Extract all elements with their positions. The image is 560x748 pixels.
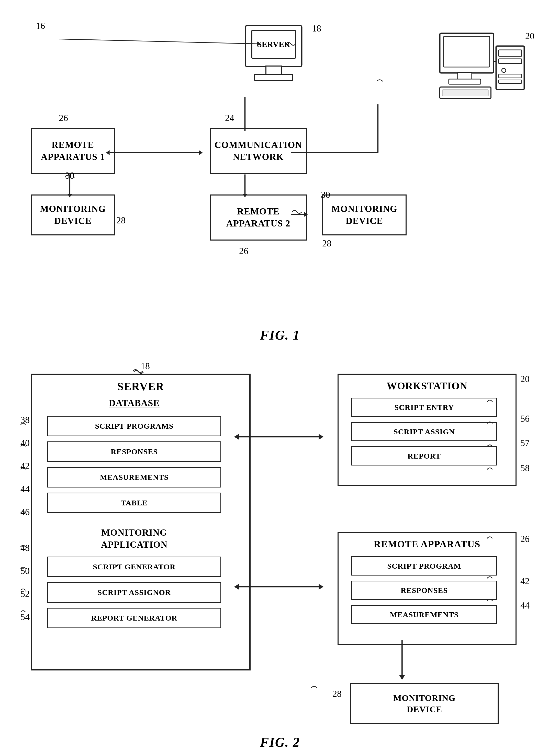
fig2-ref-44-left: 44 (21, 484, 30, 494)
fig2-ref-50: 50 (21, 565, 30, 576)
ref-26-bot: 26 (239, 246, 248, 256)
svg-rect-2 (266, 66, 281, 75)
svg-marker-38 (399, 675, 405, 680)
fig2-ref-54: 54 (21, 612, 30, 622)
monitoring-device-right-box: MONITORINGDEVICE (322, 194, 407, 235)
ref-18: 18 (312, 23, 321, 34)
fig2-title: FIG. 2 (260, 735, 300, 748)
svg-rect-14 (498, 80, 522, 84)
fig2-ref-42-left: 42 (21, 461, 30, 471)
responses-box-remote: RESPONSES (351, 581, 497, 600)
measurements-box-server: MEASUREMENTS (47, 467, 221, 488)
remote-apparatus-outer-box: REMOTE APPARATUS SCRIPT PROGRAM RESPONSE… (338, 532, 516, 645)
report-generator-box: REPORT GENERATOR (47, 608, 221, 628)
ref-28-left: 28 (116, 215, 126, 226)
svg-text:SERVER: SERVER (257, 40, 291, 49)
server-computer-icon: SERVER (238, 23, 310, 100)
responses-box-server: RESPONSES (47, 441, 221, 462)
monitoring-application-label: MONITORINGAPPLICATION (47, 529, 221, 549)
remote-apparatus-1-box: REMOTEAPPARATUS 1 (31, 128, 115, 174)
fig2-ref-28: 28 (333, 688, 342, 699)
remote-apparatus-2-box: REMOTEAPPARATUS 2 (210, 194, 307, 240)
fig2-ref-38: 38 (21, 415, 30, 425)
fig2-monitoring-device-box: MONITORINGDEVICE (350, 683, 498, 724)
fig1-title: FIG. 1 (260, 328, 300, 343)
report-box: REPORT (351, 446, 497, 466)
measurements-box-remote: MEASUREMENTS (351, 605, 497, 624)
svg-point-12 (502, 68, 506, 72)
page: 16 SERVER 18 (0, 0, 560, 748)
ref-26-top: 26 (59, 113, 68, 123)
server-outer-box: SERVER DATABASE SCRIPT PROGRAMS RESPONSE… (31, 374, 250, 671)
fig2-ref-58: 58 (520, 463, 530, 473)
svg-rect-13 (498, 74, 522, 78)
table-box-server: TABLE (47, 493, 221, 513)
fig2-diagram: 18 SERVER DATABASE SCRIPT PROGRAMS RESPO… (15, 358, 545, 748)
fig1-diagram: 16 SERVER 18 (15, 15, 545, 353)
ref-28-right: 28 (322, 238, 332, 249)
ref-16: 16 (36, 21, 45, 31)
remote-apparatus-title: REMOTE APPARATUS (339, 538, 515, 550)
server-title: SERVER (32, 380, 249, 393)
comm-network-box: COMMUNICATIONNETWORK (210, 128, 307, 174)
fig2-ref-20: 20 (520, 374, 530, 384)
ref-30-left: 30 (65, 170, 74, 181)
ref-24: 24 (225, 113, 234, 123)
workstation-title: WORKSTATION (339, 380, 515, 392)
svg-rect-16 (442, 90, 488, 96)
fig2-ref-44-right: 44 (520, 600, 530, 611)
database-label: DATABASE (47, 395, 221, 411)
ref-20: 20 (525, 31, 534, 42)
fig2-ref-46: 46 (21, 507, 30, 517)
svg-marker-35 (319, 584, 323, 590)
fig2-ref-26: 26 (520, 534, 530, 544)
workstation-outer-box: WORKSTATION SCRIPT ENTRY SCRIPT ASSIGN R… (338, 374, 516, 486)
fig2-ref-52: 52 (21, 589, 30, 599)
script-assignor-box: SCRIPT ASSIGNOR (47, 582, 221, 603)
svg-rect-8 (449, 79, 481, 84)
script-assign-box: SCRIPT ASSIGN (351, 422, 497, 441)
script-program-box: SCRIPT PROGRAM (351, 556, 497, 576)
fig2-ref-42-right: 42 (520, 576, 530, 586)
script-programs-box: SCRIPT PROGRAMS (47, 416, 221, 436)
monitoring-device-left-box: MONITORINGDEVICE (31, 194, 115, 235)
fig2-ref-18: 18 (141, 361, 150, 372)
svg-marker-21 (199, 150, 202, 155)
ref-30-right: 30 (321, 189, 330, 200)
fig2-ref-57: 57 (520, 438, 530, 448)
svg-rect-10 (498, 50, 522, 56)
fig2-ref-48: 48 (21, 542, 30, 553)
script-generator-box: SCRIPT GENERATOR (47, 557, 221, 577)
svg-rect-6 (444, 36, 490, 67)
script-entry-box: SCRIPT ENTRY (351, 398, 497, 417)
svg-line-17 (59, 39, 257, 44)
workstation-icon (437, 31, 524, 102)
svg-marker-32 (319, 434, 323, 440)
svg-rect-7 (458, 72, 472, 79)
fig2-ref-56: 56 (520, 413, 530, 424)
svg-rect-3 (254, 74, 293, 80)
fig2-ref-40: 40 (21, 438, 30, 448)
svg-rect-11 (498, 59, 522, 64)
